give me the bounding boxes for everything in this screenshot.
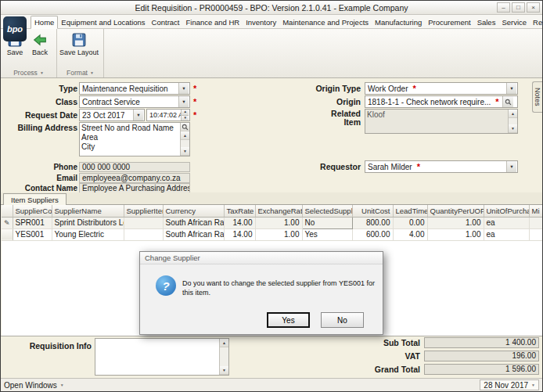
- bpo-logo[interactable]: bpo: [3, 16, 27, 41]
- requestor-select[interactable]: Sarah Milder * ▼: [365, 160, 518, 173]
- request-date-label: Request Date: [2, 109, 77, 121]
- minimize-button[interactable]: –: [497, 2, 510, 13]
- requisition-info-scroll-up-icon[interactable]: ▲: [220, 339, 228, 347]
- cell-unit-cost[interactable]: 600.00: [352, 228, 393, 240]
- titlebar: Edit Requisition - PR0000459 - BPO: Vers…: [1, 1, 542, 15]
- dialog-title-text: Change Supplier: [145, 254, 200, 262]
- no-button[interactable]: No: [321, 312, 364, 328]
- tab-procurement[interactable]: Procurement: [425, 16, 473, 28]
- cell-quantity-per-uop[interactable]: 1.00: [427, 217, 484, 228]
- billing-address-search-icon[interactable]: [181, 123, 189, 131]
- header-tax-rate[interactable]: TaxRate: [224, 205, 255, 217]
- requestor-dropdown-icon[interactable]: ▼: [506, 161, 516, 172]
- header-unit-cost[interactable]: UnitCost: [352, 205, 393, 217]
- tab-service[interactable]: Service: [498, 16, 530, 28]
- cell-supplier-name[interactable]: Young Electric: [52, 228, 124, 240]
- cell-unit-cost[interactable]: 800.00: [352, 217, 393, 228]
- type-dropdown-icon[interactable]: ▼: [178, 83, 189, 94]
- open-windows-button[interactable]: Open Windows ▼: [4, 381, 64, 390]
- billing-scroll-up-icon[interactable]: ▲: [181, 131, 189, 140]
- tab-inventory[interactable]: Inventory: [243, 16, 279, 28]
- header-selected-supplier[interactable]: SelectedSupplier: [302, 205, 352, 217]
- related-item-scroll-track[interactable]: [509, 118, 517, 124]
- header-supplier-item-code[interactable]: SupplierItemCode: [124, 205, 163, 217]
- related-item-scroll-up-icon[interactable]: ▲: [509, 110, 517, 118]
- ribbon-group-format-label[interactable]: Format ▼: [57, 67, 103, 77]
- origin-search-icon[interactable]: [502, 96, 513, 107]
- requisition-info-scroll-down-icon[interactable]: ▼: [220, 366, 228, 375]
- origin-type-value: Work Order: [368, 85, 408, 93]
- header-currency[interactable]: Currency: [163, 205, 224, 217]
- requisition-info-scrollbar[interactable]: ▲ ▼: [219, 339, 228, 375]
- save-button-label: Save: [7, 49, 23, 56]
- tab-manufacturing[interactable]: Manufacturing: [372, 16, 425, 28]
- billing-address-scrollbar[interactable]: ▲ ▼: [180, 123, 189, 156]
- cell-lead-time[interactable]: 0.00: [393, 217, 427, 228]
- cell-tax-rate[interactable]: 14.00: [224, 228, 255, 240]
- header-mi[interactable]: Mi: [529, 205, 543, 217]
- cell-mi[interactable]: [529, 228, 543, 240]
- related-item-scrollbar[interactable]: ▲ ▼: [508, 110, 517, 133]
- billing-address-field[interactable]: Street No and Road Name Area City ▲ ▼: [79, 122, 190, 156]
- cell-unit-of-purchase[interactable]: ea: [484, 217, 529, 228]
- cell-selected-supplier[interactable]: No: [302, 217, 352, 228]
- tab-finance-and-hr[interactable]: Finance and HR: [182, 16, 243, 28]
- cell-tax-rate[interactable]: 14.00: [224, 217, 255, 228]
- tab-maintenance-and-projects[interactable]: Maintenance and Projects: [279, 16, 372, 28]
- billing-scroll-down-icon[interactable]: ▼: [181, 147, 189, 156]
- close-button[interactable]: ×: [527, 2, 540, 13]
- request-time-spinner[interactable]: 10:47:02 AM ▲ ▼: [146, 109, 190, 121]
- ribbon-group-process-label[interactable]: Process ▼: [1, 67, 56, 77]
- tab-sales[interactable]: Sales: [474, 16, 499, 28]
- time-spin-up-icon[interactable]: ▲: [181, 110, 189, 116]
- requisition-info-scroll-track[interactable]: [220, 347, 228, 366]
- header-lead-time[interactable]: LeadTime: [393, 205, 427, 217]
- origin-type-select[interactable]: Work Order * ▼: [365, 82, 518, 95]
- request-date-picker[interactable]: 23 Oct 2017 ▼: [79, 109, 145, 121]
- cell-lead-time[interactable]: 4.00: [393, 228, 427, 240]
- cell-supplier-name[interactable]: Sprint Distributors Local: [52, 217, 124, 228]
- cell-quantity-per-uop[interactable]: 1.00: [427, 228, 484, 240]
- billing-scroll-track[interactable]: [181, 140, 189, 147]
- tab-item-suppliers[interactable]: Item Suppliers: [3, 193, 67, 205]
- cell-currency[interactable]: South African Rand: [163, 217, 224, 228]
- cell-mi[interactable]: [529, 217, 543, 228]
- cell-supplier-code[interactable]: YES001: [13, 228, 52, 240]
- dialog-titlebar[interactable]: Change Supplier: [140, 252, 383, 264]
- save-layout-button[interactable]: Save Layout: [59, 31, 99, 56]
- yes-button[interactable]: Yes: [267, 312, 310, 328]
- time-spin-down-icon[interactable]: ▼: [181, 116, 189, 121]
- cell-supplier-item-code[interactable]: [124, 228, 163, 240]
- cell-supplier-code[interactable]: SPR001: [13, 217, 52, 228]
- header-quantity-per-uop[interactable]: QuantityPerUOP: [427, 205, 484, 217]
- status-date-picker[interactable]: 28 Nov 2017 ▼: [480, 379, 539, 390]
- origin-type-dropdown-icon[interactable]: ▼: [506, 83, 516, 94]
- cell-currency[interactable]: South African Rand: [163, 228, 224, 240]
- type-select[interactable]: Maintenance Requisition ▼: [79, 82, 190, 95]
- cell-exchange-rate[interactable]: 1.00: [255, 217, 302, 228]
- cell-selected-supplier[interactable]: Yes: [302, 228, 352, 240]
- window-controls: – □ ×: [497, 2, 540, 13]
- cell-unit-of-purchase[interactable]: ea: [484, 228, 529, 240]
- tab-reporting[interactable]: Reporting: [530, 16, 543, 28]
- request-date-dropdown-icon[interactable]: ▼: [133, 110, 143, 120]
- class-dropdown-icon[interactable]: ▼: [178, 96, 189, 107]
- requisition-info-field[interactable]: ▲ ▼: [95, 338, 229, 376]
- origin-field[interactable]: 1818-1-1 - Check network require... *: [365, 95, 518, 108]
- item-suppliers-table: SupplierCode SupplierName SupplierItemCo…: [2, 205, 543, 241]
- header-supplier-code[interactable]: SupplierCode: [13, 205, 52, 217]
- header-exchange-rate[interactable]: ExchangeRate: [255, 205, 302, 217]
- header-unit-of-purchase[interactable]: UnitOfPurchase: [484, 205, 529, 217]
- back-button[interactable]: Back: [27, 31, 52, 56]
- related-item-scroll-down-icon[interactable]: ▼: [509, 124, 517, 133]
- header-supplier-name[interactable]: SupplierName: [52, 205, 124, 217]
- maximize-button[interactable]: □: [512, 2, 525, 13]
- cell-supplier-item-code[interactable]: [124, 217, 163, 228]
- notes-tab[interactable]: Notes: [532, 81, 542, 113]
- cell-exchange-rate[interactable]: 1.00: [255, 228, 302, 240]
- tab-home[interactable]: Home: [31, 16, 58, 29]
- format-group-buttons: Save Layout: [57, 29, 103, 67]
- tab-equipment-and-locations[interactable]: Equipment and Locations: [58, 16, 148, 28]
- class-select[interactable]: Contract Service ▼: [79, 95, 190, 108]
- tab-contract[interactable]: Contract: [149, 16, 183, 28]
